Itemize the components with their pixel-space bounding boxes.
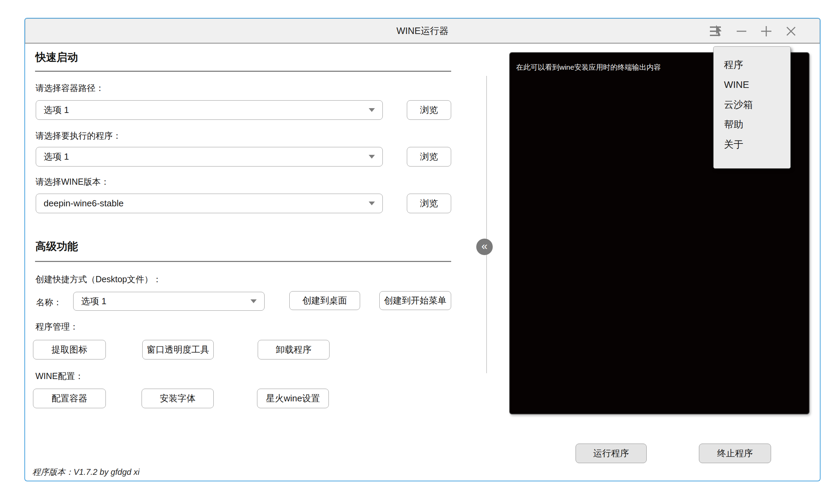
advanced-divider [35, 261, 451, 262]
container-path-browse-button[interactable]: 浏览 [407, 100, 451, 120]
wine-version-value: deepin-wine6-stable [44, 198, 369, 209]
container-path-label: 请选择容器路径： [35, 82, 104, 94]
program-mgmt-label: 程序管理： [35, 321, 78, 332]
chevron-down-icon [369, 155, 375, 159]
program-browse-button[interactable]: 浏览 [407, 147, 451, 167]
run-program-button[interactable]: 运行程序 [576, 444, 647, 463]
menu-item-wine[interactable]: WINE [714, 75, 790, 95]
uninstall-program-button[interactable]: 卸载程序 [258, 340, 330, 359]
double-chevron-left-icon: « [481, 240, 488, 251]
close-icon [786, 26, 796, 36]
spark-wine-settings-button[interactable]: 星火wine设置 [257, 389, 329, 408]
panel-divider [486, 76, 487, 373]
app-version-text: 程序版本：V1.7.2 by gfdgd xi [32, 467, 140, 478]
minimize-icon [736, 26, 747, 37]
install-fonts-button[interactable]: 安装字体 [142, 389, 214, 408]
chevron-down-icon [369, 108, 375, 112]
quick-start-heading: 快速启动 [35, 50, 78, 65]
minimize-button[interactable] [734, 24, 749, 39]
container-path-select[interactable]: 选项 1 [36, 100, 383, 120]
shortcut-name-select[interactable]: 选项 1 [73, 292, 265, 311]
container-path-value: 选项 1 [44, 104, 369, 116]
window-opacity-tool-button[interactable]: 窗口透明度工具 [142, 340, 214, 359]
main-menu-button[interactable] [709, 24, 724, 39]
wine-version-browse-button[interactable]: 浏览 [407, 194, 451, 213]
program-select[interactable]: 选项 1 [36, 147, 383, 167]
window-title: WINE运行器 [25, 19, 820, 44]
main-menu-popup: 程序 WINE 云沙箱 帮助 关于 [713, 46, 791, 169]
advanced-heading: 高级功能 [35, 239, 78, 254]
wine-version-label: 请选择WINE版本： [35, 176, 109, 187]
wine-config-label: WINE配置： [35, 370, 83, 382]
quick-start-divider [35, 71, 451, 72]
window-controls [709, 19, 799, 44]
menu-item-help[interactable]: 帮助 [714, 115, 790, 135]
configure-container-button[interactable]: 配置容器 [33, 389, 106, 408]
shortcut-label: 创建快捷方式（Desktop文件）： [35, 274, 161, 285]
close-button[interactable] [783, 24, 799, 39]
shortcut-name-label: 名称： [36, 297, 62, 308]
chevron-down-icon [250, 299, 257, 303]
extract-icon-button[interactable]: 提取图标 [33, 340, 106, 359]
menu-cursor-icon [709, 24, 724, 38]
maximize-button[interactable] [759, 24, 774, 39]
wine-version-select[interactable]: deepin-wine6-stable [36, 194, 383, 213]
program-value: 选项 1 [44, 151, 369, 163]
create-startmenu-shortcut-button[interactable]: 创建到开始菜单 [379, 291, 451, 310]
create-desktop-shortcut-button[interactable]: 创建到桌面 [289, 291, 360, 310]
menu-item-cloud-sandbox[interactable]: 云沙箱 [714, 95, 790, 115]
shortcut-name-value: 选项 1 [81, 295, 250, 307]
collapse-panel-button[interactable]: « [476, 239, 493, 255]
titlebar[interactable]: WINE运行器 [25, 19, 820, 44]
app-window: WINE运行器 [24, 18, 821, 481]
menu-item-about[interactable]: 关于 [714, 135, 790, 154]
menu-item-program[interactable]: 程序 [714, 55, 790, 75]
maximize-plus-icon [760, 25, 772, 37]
stop-program-button[interactable]: 终止程序 [699, 444, 771, 463]
chevron-down-icon [369, 202, 375, 205]
program-label: 请选择要执行的程序： [35, 130, 121, 141]
